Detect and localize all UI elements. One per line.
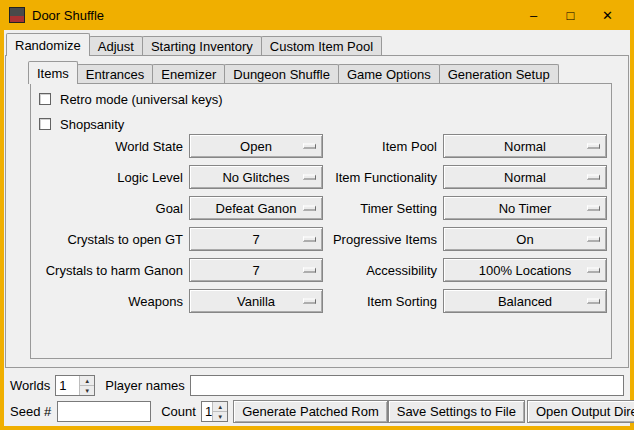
seed-row: Seed # Count 1 ▲ ▼ Generate Patched Rom …: [10, 400, 624, 423]
outer-tabbar: Randomize Adjust Starting Inventory Cust…: [6, 33, 382, 55]
worlds-spin-arrows: ▲ ▼: [79, 376, 94, 395]
item-functionality-row: Item Functionality Normal: [313, 165, 607, 189]
checkbox-group: Retro mode (universal keys) Shopsanity: [39, 89, 223, 139]
crystals-gt-row: Crystals to open GT 7: [33, 227, 323, 251]
item-pool-dropdown[interactable]: Normal: [443, 134, 607, 158]
content-area: Randomize Adjust Starting Inventory Cust…: [4, 30, 630, 426]
items-tab-panel: Retro mode (universal keys) Shopsanity W…: [30, 83, 612, 359]
progressive-items-row: Progressive Items On: [313, 227, 607, 251]
logic-level-dropdown[interactable]: No Glitches: [189, 165, 323, 189]
accessibility-label: Accessibility: [313, 263, 437, 278]
inner-tabbar: Items Entrances Enemizer Dungeon Shuffle…: [28, 61, 559, 83]
right-options-column: Item Pool Normal Item Functionality Norm…: [313, 134, 607, 320]
open-output-directory-button[interactable]: Open Output Directory: [527, 400, 634, 423]
minimize-button[interactable]: –: [515, 0, 552, 30]
tab-custom-item-pool[interactable]: Custom Item Pool: [261, 36, 382, 55]
item-sorting-value: Balanced: [498, 294, 552, 309]
tab-items[interactable]: Items: [28, 61, 78, 84]
goal-label: Goal: [33, 201, 183, 216]
worlds-spin-up-button[interactable]: ▲: [80, 376, 94, 386]
tab-randomize[interactable]: Randomize: [6, 33, 90, 56]
crystals-gt-dropdown[interactable]: 7: [189, 227, 323, 251]
crystals-gt-value: 7: [252, 232, 259, 247]
goal-row: Goal Defeat Ganon: [33, 196, 323, 220]
spin-down-icon: ▼: [217, 414, 223, 420]
retro-mode-label: Retro mode (universal keys): [60, 92, 223, 107]
dropdown-indicator-icon: [587, 144, 600, 149]
crystals-ganon-dropdown[interactable]: 7: [189, 258, 323, 282]
spin-up-icon: ▲: [84, 378, 90, 384]
timer-setting-label: Timer Setting: [313, 201, 437, 216]
worlds-spin-down-button[interactable]: ▼: [80, 386, 94, 395]
worlds-row: Worlds 1 ▲ ▼ Player names: [10, 374, 624, 397]
tab-game-options[interactable]: Game Options: [338, 64, 440, 83]
left-options-column: World State Open Logic Level No Glitches: [33, 134, 323, 320]
timer-setting-dropdown[interactable]: No Timer: [443, 196, 607, 220]
tab-enemizer[interactable]: Enemizer: [152, 64, 225, 83]
dropdown-indicator-icon: [587, 206, 600, 211]
window-title: Door Shuffle: [32, 8, 104, 23]
tab-starting-inventory[interactable]: Starting Inventory: [142, 36, 262, 55]
world-state-value: Open: [240, 139, 272, 154]
tab-generation-setup[interactable]: Generation Setup: [439, 64, 559, 83]
dropdown-indicator-icon: [587, 268, 600, 273]
retro-mode-checkbutton[interactable]: Retro mode (universal keys): [39, 89, 223, 109]
count-label: Count: [161, 404, 196, 419]
retro-mode-checkbox[interactable]: [39, 93, 51, 105]
item-pool-label: Item Pool: [313, 139, 437, 154]
accessibility-value: 100% Locations: [479, 263, 572, 278]
item-pool-row: Item Pool Normal: [313, 134, 607, 158]
worlds-label: Worlds: [10, 378, 50, 393]
maximize-icon: □: [567, 8, 575, 23]
dropdown-indicator-icon: [587, 299, 600, 304]
item-sorting-dropdown[interactable]: Balanced: [443, 289, 607, 313]
weapons-value: Vanilla: [237, 294, 275, 309]
spin-up-icon: ▲: [217, 404, 223, 410]
crystals-ganon-label: Crystals to harm Ganon: [33, 263, 183, 278]
weapons-row: Weapons Vanilla: [33, 289, 323, 313]
world-state-label: World State: [33, 139, 183, 154]
shopsanity-checkbox[interactable]: [39, 118, 51, 130]
progressive-items-value: On: [516, 232, 533, 247]
crystals-ganon-row: Crystals to harm Ganon 7: [33, 258, 323, 282]
accessibility-dropdown[interactable]: 100% Locations: [443, 258, 607, 282]
titlebar[interactable]: Door Shuffle – □ ✕: [0, 0, 634, 30]
window-controls: – □ ✕: [515, 0, 626, 30]
save-settings-button[interactable]: Save Settings to File: [388, 400, 525, 423]
progressive-items-dropdown[interactable]: On: [443, 227, 607, 251]
timer-setting-row: Timer Setting No Timer: [313, 196, 607, 220]
tab-entrances[interactable]: Entrances: [77, 64, 154, 83]
tab-adjust[interactable]: Adjust: [89, 36, 143, 55]
shopsanity-checkbutton[interactable]: Shopsanity: [39, 114, 223, 134]
seed-input[interactable]: [57, 401, 151, 422]
crystals-ganon-value: 7: [252, 263, 259, 278]
spin-down-icon: ▼: [84, 388, 90, 394]
goal-dropdown[interactable]: Defeat Ganon: [189, 196, 323, 220]
worlds-spinbox[interactable]: 1 ▲ ▼: [55, 375, 95, 396]
goal-value: Defeat Ganon: [216, 201, 297, 216]
generate-patched-rom-button[interactable]: Generate Patched Rom: [233, 400, 388, 423]
accessibility-row: Accessibility 100% Locations: [313, 258, 607, 282]
maximize-button[interactable]: □: [552, 0, 589, 30]
logic-level-value: No Glitches: [222, 170, 289, 185]
item-functionality-label: Item Functionality: [313, 170, 437, 185]
worlds-value: 1: [56, 376, 79, 395]
crystals-gt-label: Crystals to open GT: [33, 232, 183, 247]
dropdown-indicator-icon: [587, 237, 600, 242]
count-spin-arrows: ▲ ▼: [212, 402, 227, 421]
tab-dungeon-shuffle[interactable]: Dungeon Shuffle: [224, 64, 339, 83]
world-state-dropdown[interactable]: Open: [189, 134, 323, 158]
player-names-input[interactable]: [190, 375, 624, 396]
count-spin-down-button[interactable]: ▼: [213, 412, 227, 421]
player-names-label: Player names: [105, 378, 184, 393]
app-icon[interactable]: [9, 7, 25, 23]
count-spinbox[interactable]: 1 ▲ ▼: [201, 401, 228, 422]
count-spin-up-button[interactable]: ▲: [213, 402, 227, 412]
timer-setting-value: No Timer: [499, 201, 552, 216]
item-sorting-label: Item Sorting: [313, 294, 437, 309]
item-functionality-dropdown[interactable]: Normal: [443, 165, 607, 189]
close-button[interactable]: ✕: [589, 0, 626, 30]
weapons-dropdown[interactable]: Vanilla: [189, 289, 323, 313]
world-state-row: World State Open: [33, 134, 323, 158]
item-sorting-row: Item Sorting Balanced: [313, 289, 607, 313]
